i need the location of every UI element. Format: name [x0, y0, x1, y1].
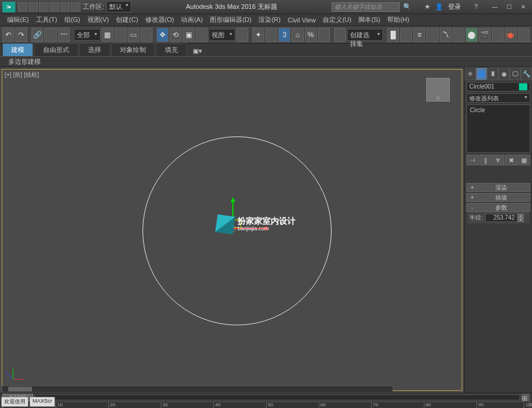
ribbon-panel-polymodel[interactable]: 多边形建模 — [4, 57, 46, 67]
user-icon[interactable]: 👤 — [435, 3, 443, 11]
window-crossing-button[interactable] — [141, 28, 153, 42]
login-link[interactable]: 登录 — [448, 2, 461, 11]
scroll-thumb[interactable] — [8, 387, 32, 391]
motion-tab[interactable]: ◉ — [498, 67, 510, 80]
snap-toggle-button[interactable]: 3 — [278, 28, 290, 42]
ribbon-tab-objectpaint[interactable]: 对象绘制 — [111, 43, 155, 56]
configure-sets-button[interactable]: ▦ — [518, 155, 530, 165]
curve-editor-button[interactable]: 〽 — [440, 28, 452, 42]
object-name-text[interactable]: Circle001 — [469, 83, 518, 90]
menu-animation[interactable]: 动画(A) — [177, 14, 206, 25]
render-setup-button[interactable]: 🎬 — [479, 28, 491, 42]
edit-named-sel-button[interactable] — [334, 28, 346, 42]
unlink-button[interactable] — [44, 28, 56, 42]
undo-tb-button[interactable]: ↶ — [2, 28, 14, 42]
rollout-parameters-header[interactable]: - 参数 — [466, 203, 530, 212]
modifier-list-dropdown[interactable]: 修改器列表 — [466, 93, 530, 103]
layers-button[interactable]: ≡ — [413, 28, 425, 42]
scene-object-circle[interactable] — [142, 136, 332, 325]
radius-spinner[interactable]: 253.742 — [485, 214, 517, 222]
menu-customize[interactable]: 自定义(U) — [319, 14, 355, 25]
keyboard-shortcut-button[interactable] — [265, 28, 277, 42]
ribbon-tab-freeform[interactable]: 自由形式 — [34, 43, 78, 56]
spinner-snap-button[interactable] — [318, 28, 330, 42]
stack-item-circle[interactable]: Circle — [470, 107, 527, 113]
menu-maxscript[interactable]: 脚本(S) — [355, 14, 384, 25]
redo-tb-button[interactable]: ↷ — [15, 28, 27, 42]
link-button[interactable]: 🔗 — [31, 28, 43, 42]
utilities-tab[interactable]: 🔧 — [521, 67, 532, 80]
minimize-button[interactable]: — — [488, 3, 501, 11]
select-place-button[interactable] — [196, 28, 207, 42]
select-region-button[interactable]: ▭ — [128, 28, 140, 42]
track-bar[interactable]: 0 10 20 30 40 50 60 70 80 90 100 — [2, 402, 530, 409]
create-tab[interactable]: ✳ — [465, 67, 476, 80]
ribbon-expand-icon[interactable]: ▣▾ — [190, 46, 205, 56]
maximize-button[interactable]: ☐ — [502, 3, 515, 11]
select-by-name-button[interactable] — [115, 28, 126, 42]
ref-coord-dropdown[interactable]: 视图 — [209, 29, 235, 41]
save-button[interactable] — [39, 2, 48, 12]
menu-group[interactable]: 组(G) — [61, 14, 84, 25]
track-expand-icon[interactable]: ⊞ — [521, 394, 530, 401]
rollout-interpolation-header[interactable]: + 插值 — [466, 193, 530, 202]
make-unique-button[interactable]: ∀ — [492, 155, 505, 165]
viewport-front[interactable]: [+] [前] [线框] 前 扮家家室内设计 banjiajia.com — [2, 69, 462, 391]
align-button[interactable] — [400, 28, 412, 42]
bind-spacewarp-button[interactable]: 〰 — [58, 28, 70, 42]
undo-button[interactable] — [50, 2, 59, 12]
percent-snap-button[interactable]: % — [305, 28, 317, 42]
material-editor-button[interactable]: ⬤ — [466, 28, 478, 42]
hierarchy-tab[interactable]: ♜ — [487, 67, 498, 80]
project-button[interactable] — [71, 2, 80, 12]
modifier-stack[interactable]: Circle — [466, 105, 530, 153]
welcome-tag[interactable]: 欢迎使用 — [1, 397, 28, 407]
open-button[interactable] — [28, 2, 38, 12]
menu-rendering[interactable]: 渲染(R) — [255, 14, 284, 25]
menu-views[interactable]: 视图(V) — [84, 14, 113, 25]
menu-edit[interactable]: 编辑(E) — [4, 14, 33, 25]
use-center-button[interactable] — [236, 28, 248, 42]
select-move-button[interactable]: ✥ — [157, 28, 168, 42]
app-logo-icon[interactable]: 3▸ — [2, 2, 15, 12]
help-search-input[interactable]: 键入关键字或短语 — [332, 2, 400, 12]
menu-create[interactable]: 创建(C) — [112, 14, 141, 25]
select-rotate-button[interactable]: ⟲ — [170, 28, 181, 42]
named-selection-dropdown[interactable]: 创建选择集 — [347, 29, 383, 41]
display-tab[interactable]: 🖵 — [510, 67, 521, 80]
viewcube-face[interactable]: 前 — [436, 94, 440, 101]
menu-help[interactable]: 帮助(H) — [384, 14, 413, 25]
new-button[interactable] — [18, 2, 27, 12]
viewport-label[interactable]: [+] [前] [线框] — [5, 71, 39, 79]
toggle-ribbon-button[interactable] — [426, 28, 438, 42]
remove-modifier-button[interactable]: ✖ — [505, 155, 517, 165]
pin-stack-button[interactable]: ⊣ — [466, 155, 479, 165]
menu-grapheditors[interactable]: 图形编辑器(D) — [206, 14, 255, 25]
manipulate-button[interactable]: ✦ — [252, 28, 264, 42]
ribbon-tab-populate[interactable]: 填充 — [156, 43, 187, 56]
help-icon[interactable]: ? — [474, 3, 482, 11]
star-icon[interactable]: ★ — [424, 3, 433, 11]
menu-civilview[interactable]: Civil View — [284, 15, 319, 25]
time-slider[interactable]: 0 / 100 ⊞ — [0, 393, 532, 402]
selection-filter-dropdown[interactable]: 全部 — [74, 29, 100, 41]
gizmo-origin[interactable] — [230, 226, 236, 231]
schematic-view-button[interactable] — [453, 28, 465, 42]
show-end-result-button[interactable]: ∥ — [479, 155, 492, 165]
menu-tools[interactable]: 工具(T) — [33, 14, 61, 25]
maxscript-tag[interactable]: MAXScr — [30, 397, 55, 407]
trackbar-scroll[interactable] — [2, 386, 393, 393]
workspace-dropdown[interactable]: 默认 — [106, 1, 131, 12]
render-production-button[interactable]: 🫖 — [505, 28, 517, 42]
mirror-button[interactable]: ▐▌ — [387, 28, 399, 42]
radius-spinner-buttons[interactable]: ▲▼ — [518, 214, 524, 222]
select-object-button[interactable]: ▦ — [102, 28, 113, 42]
key-icon[interactable] — [414, 3, 422, 11]
close-button[interactable]: ✕ — [517, 3, 530, 11]
object-color-swatch[interactable] — [519, 83, 527, 90]
rollout-rendering-header[interactable]: + 渲染 — [466, 183, 530, 192]
redo-button[interactable] — [60, 2, 70, 12]
rendered-frame-button[interactable] — [492, 28, 504, 42]
angle-snap-button[interactable]: ⌂ — [291, 28, 303, 42]
select-scale-button[interactable]: ▣ — [183, 28, 194, 42]
